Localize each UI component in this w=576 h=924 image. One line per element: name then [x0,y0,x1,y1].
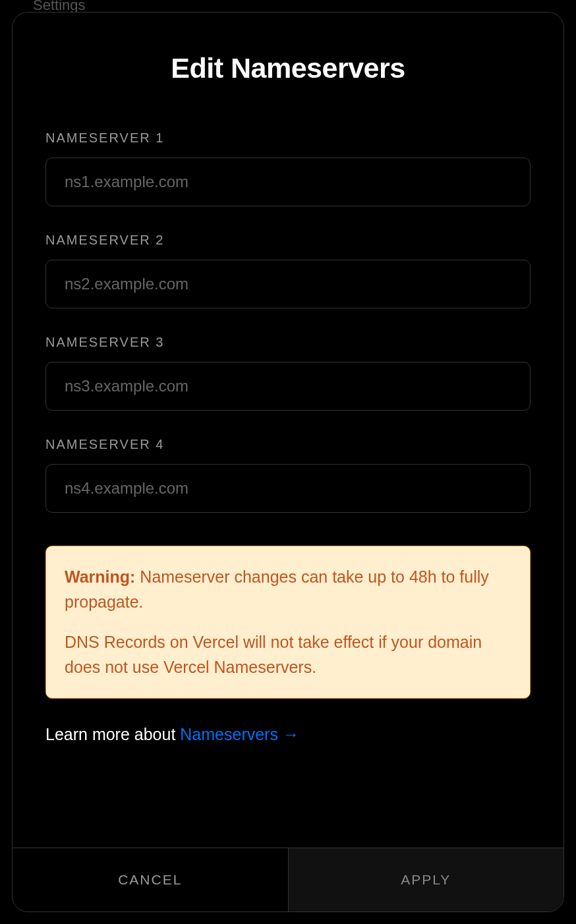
nameservers-link[interactable]: Nameservers → [180,725,299,743]
nameserver-3-group: NAMESERVER 3 [45,335,531,411]
learn-more-prefix: Learn more about [45,725,180,743]
nameserver-4-input[interactable] [45,464,531,513]
modal-title: Edit Nameservers [45,52,531,84]
nameserver-2-label: NAMESERVER 2 [45,233,531,248]
apply-button[interactable]: APPLY [289,848,564,911]
edit-nameservers-modal: Edit Nameservers NAMESERVER 1 NAMESERVER… [12,12,564,912]
nameserver-3-input[interactable] [45,362,531,411]
warning-box: Warning: Nameserver changes can take up … [45,546,531,699]
learn-more: Learn more about Nameservers → [45,725,531,744]
nameserver-2-group: NAMESERVER 2 [45,233,531,308]
warning-label: Warning: [65,567,135,586]
warning-text-1: Warning: Nameserver changes can take up … [65,565,511,614]
nameserver-1-label: NAMESERVER 1 [45,130,531,146]
nameserver-1-group: NAMESERVER 1 [45,130,531,206]
arrow-right-icon: → [283,725,299,743]
nameserver-4-label: NAMESERVER 4 [45,437,531,452]
modal-footer: CANCEL APPLY [13,848,563,911]
cancel-button[interactable]: CANCEL [13,848,289,911]
nameserver-3-label: NAMESERVER 3 [45,335,531,350]
nameserver-2-input[interactable] [45,260,531,308]
modal-content: Edit Nameservers NAMESERVER 1 NAMESERVER… [13,13,563,848]
warning-text-2: DNS Records on Vercel will not take effe… [65,630,511,679]
nameserver-4-group: NAMESERVER 4 [45,437,531,513]
nameserver-1-input[interactable] [45,158,531,206]
